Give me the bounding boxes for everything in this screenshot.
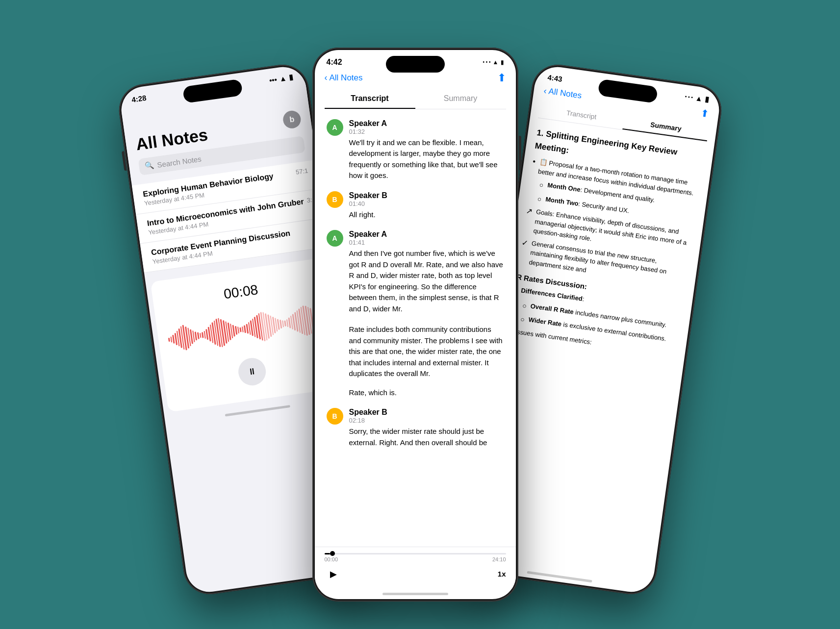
progress-bar[interactable]: 00:00 24:10 xyxy=(325,553,506,562)
transcript-content: A Speaker A 01:32 We'll try it and we ca… xyxy=(315,109,516,547)
progress-fill xyxy=(325,553,330,554)
note-duration-1: 57:1 xyxy=(295,167,308,176)
share-icon-right: ⬆ xyxy=(700,107,710,119)
progress-track xyxy=(325,553,506,554)
phone-mid: 4:42 • • • ▲ ▮ ‹ All Notes ⬆ Trans xyxy=(312,48,518,602)
speaker-info-1: Speaker A 01:32 We'll try it and we can … xyxy=(349,119,504,181)
back-button-right[interactable]: ‹ All Notes xyxy=(543,85,582,101)
status-icons-right: • • • ▲ ▮ xyxy=(684,92,709,104)
dots-icon-right: • • • xyxy=(685,93,693,100)
home-indicator-left xyxy=(225,405,290,417)
speaker-time-2: 01:40 xyxy=(349,200,504,207)
waveform xyxy=(165,299,326,359)
speaker-name-1: Speaker A xyxy=(349,119,504,128)
speaker-text-1: We'll try it and we can be flexible. I m… xyxy=(349,137,504,181)
share-icon-mid: ⬆ xyxy=(497,72,506,84)
battery-icon-left: ▮ xyxy=(288,72,293,81)
dots-icon-mid: • • • xyxy=(483,59,491,65)
tab-transcript-mid[interactable]: Transcript xyxy=(325,89,415,109)
chevron-left-icon-mid: ‹ xyxy=(325,73,328,83)
time-labels: 00:00 24:10 xyxy=(325,556,506,562)
speaker-time-4: 02:18 xyxy=(349,417,504,424)
share-button-mid[interactable]: ⬆ xyxy=(497,72,506,84)
back-label-mid: All Notes xyxy=(330,73,363,83)
phone-mid-screen: 4:42 • • • ▲ ▮ ‹ All Notes ⬆ Trans xyxy=(315,50,516,599)
time-right: 4:43 xyxy=(547,73,562,83)
chevron-left-icon-right: ‹ xyxy=(543,85,547,96)
player-controls: ▶ 1x xyxy=(325,565,506,583)
wifi-icon-mid: ▲ xyxy=(493,59,499,66)
avatar-speaker-a1: A xyxy=(327,119,343,136)
search-placeholder: Search Notes xyxy=(156,154,202,168)
pause-button[interactable]: ⏸ xyxy=(236,356,267,387)
speaker-entry-4: B Speaker B 02:18 Sorry, the wider miste… xyxy=(327,408,504,448)
avatar-speaker-a2: A xyxy=(327,230,343,247)
back-button-mid[interactable]: ‹ All Notes xyxy=(325,73,363,83)
speaker-name-4: Speaker B xyxy=(349,408,504,417)
speaker-info-3: Speaker A 01:41 And then I've got number… xyxy=(349,230,504,314)
time-left: 4:28 xyxy=(131,93,147,103)
share-button-right[interactable]: ⬆ xyxy=(699,106,709,119)
avatar-speaker-b2: B xyxy=(327,408,343,425)
progress-dot xyxy=(330,551,335,556)
search-icon: 🔍 xyxy=(144,160,154,170)
speaker-entry-3: A Speaker A 01:41 And then I've got numb… xyxy=(327,230,504,314)
speaker-entry-1: A Speaker A 01:32 We'll try it and we ca… xyxy=(327,119,504,181)
continuation-text-1: Rate includes both community contributio… xyxy=(349,324,504,379)
tab-summary-mid[interactable]: Summary xyxy=(415,89,506,109)
speaker-info-4: Speaker B 02:18 Sorry, the wider mister … xyxy=(349,408,504,448)
speaker-time-1: 01:32 xyxy=(349,128,504,135)
status-icons-left: ••• ▲ ▮ xyxy=(268,72,293,84)
speaker-name-2: Speaker B xyxy=(349,191,504,200)
speaker-text-3: And then I've got number five, which is … xyxy=(349,248,504,314)
continuation-text-2: Rate, which is. xyxy=(349,387,504,399)
note-duration-2: 3: xyxy=(306,196,312,203)
current-time: 00:00 xyxy=(325,556,338,562)
speaker-text-2: All right. xyxy=(349,209,504,221)
nav-bar-mid: ‹ All Notes ⬆ xyxy=(315,70,516,89)
speaker-info-2: Speaker B 01:40 All right. xyxy=(349,191,504,221)
total-time: 24:10 xyxy=(492,556,506,562)
time-mid: 4:42 xyxy=(327,58,342,67)
back-label-right: All Notes xyxy=(548,86,582,101)
audio-player: 00:00 24:10 ▶ 1x xyxy=(315,547,516,589)
phones-container: 4:28 ••• ▲ ▮ b All Notes 🔍 Search Notes xyxy=(151,33,690,597)
speaker-text-4: Sorry, the wider mister rate should just… xyxy=(349,426,504,448)
wifi-icon-right: ▲ xyxy=(694,93,703,102)
wifi-icon-left: ▲ xyxy=(279,74,287,83)
signal-icon-left: ••• xyxy=(268,75,277,84)
status-icons-mid: • • • ▲ ▮ xyxy=(483,59,504,66)
speaker-time-3: 01:41 xyxy=(349,239,504,246)
battery-icon-right: ▮ xyxy=(704,94,709,103)
speaker-name-3: Speaker A xyxy=(349,230,504,239)
speaker-entry-2: B Speaker B 01:40 All right. xyxy=(327,191,504,221)
home-indicator-mid xyxy=(382,593,448,595)
tab-bar-mid: Transcript Summary xyxy=(325,89,506,109)
speed-button[interactable]: 1x xyxy=(498,570,506,578)
play-button[interactable]: ▶ xyxy=(325,565,342,583)
avatar-speaker-b1: B xyxy=(327,191,343,208)
dynamic-island-mid xyxy=(386,56,445,73)
battery-icon-mid: ▮ xyxy=(501,59,504,66)
